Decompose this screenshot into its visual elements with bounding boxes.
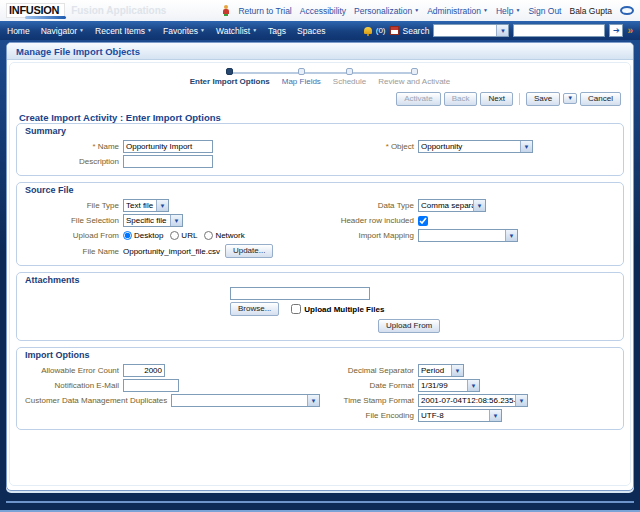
combo-arrow-icon: ▼ — [307, 395, 319, 406]
button-separator — [519, 93, 520, 105]
upload-from-button[interactable]: Upload From — [378, 319, 440, 333]
combo-arrow-icon: ▼ — [505, 230, 517, 241]
notification-email-input[interactable] — [123, 379, 179, 392]
upload-from-url-radio[interactable]: URL — [170, 231, 197, 240]
calendar-icon[interactable] — [390, 26, 399, 35]
workarea: Enter Import Options Map Fields Schedule… — [9, 62, 631, 486]
file-type-select[interactable]: Text file ▼ — [123, 199, 169, 212]
caret-down-icon: ▼ — [252, 28, 257, 33]
menu-watchlist[interactable]: Watchlist▼ — [216, 26, 257, 36]
object-label: *Object — [320, 142, 418, 151]
name-label: *Name — [25, 142, 123, 151]
menu-home[interactable]: Home — [7, 26, 30, 36]
caret-down-icon: ▼ — [515, 8, 520, 13]
data-type-label: Data Type — [320, 201, 418, 210]
timestamp-format-label: Time Stamp Format — [320, 396, 418, 405]
train-stop-node-icon — [298, 68, 305, 75]
utility-links: Return to Trial Accessibility Personaliz… — [222, 5, 634, 16]
browse-button[interactable]: Browse... — [230, 302, 279, 316]
save-button[interactable]: Save — [526, 92, 560, 106]
attachments-section: Attachments Browse... Upload Multiple Fi… — [16, 272, 624, 341]
notifications-bell-icon[interactable] — [364, 27, 372, 34]
menu-navigator[interactable]: Navigator▼ — [41, 26, 84, 36]
import-options-title: Import Options — [25, 350, 615, 360]
search-scope-select[interactable]: All ▼ — [433, 24, 509, 37]
accessibility-link[interactable]: Accessibility — [300, 6, 346, 16]
source-file-section: Source File File Type Text file ▼ File S… — [16, 182, 624, 266]
user-name[interactable]: Bala Gupta — [569, 6, 612, 16]
combo-arrow-icon: ▼ — [520, 141, 532, 152]
description-input[interactable] — [123, 155, 213, 168]
infusion-logo: INFUSION — [6, 3, 65, 18]
notification-email-label: Notification E-Mail — [25, 381, 123, 390]
file-name-value: Opportunity_import_file.csv — [123, 247, 220, 256]
search-go-button[interactable]: ➔ — [609, 24, 623, 37]
cancel-button[interactable]: Cancel — [580, 92, 621, 106]
menu-recent-items[interactable]: Recent Items▼ — [95, 26, 152, 36]
train-stop-node-icon — [346, 68, 353, 75]
summary-title: Summary — [25, 126, 615, 136]
back-button: Back — [444, 92, 478, 106]
source-file-title: Source File — [25, 185, 615, 195]
combo-arrow-icon: ▼ — [515, 395, 527, 406]
update-button[interactable]: Update... — [225, 244, 273, 258]
caret-down-icon: ▼ — [200, 28, 205, 33]
object-select[interactable]: Opportunity ▼ — [418, 140, 533, 153]
train: Enter Import Options Map Fields Schedule… — [184, 68, 457, 91]
administration-menu[interactable]: Administration▼ — [427, 6, 488, 16]
import-mapping-select[interactable]: ▼ — [418, 229, 518, 242]
watermark-text: Fusion Applications — [71, 5, 166, 16]
timestamp-format-select[interactable]: 2001-07-04T12:08:56.235-0700 ▼ — [418, 394, 528, 407]
cdm-duplicates-select[interactable]: ▼ — [171, 394, 320, 407]
sign-out-link[interactable]: Sign Out — [528, 6, 561, 16]
date-format-label: Date Format — [320, 381, 418, 390]
personalization-menu[interactable]: Personalization▼ — [354, 6, 419, 16]
oracle-cloud-logo — [620, 6, 634, 15]
activate-button: Activate — [396, 92, 440, 106]
return-to-trial-link[interactable]: Return to Trial — [238, 6, 291, 16]
data-type-select[interactable]: Comma separated ▼ — [418, 199, 486, 212]
summary-section: Summary *Name Description — [16, 123, 624, 176]
required-indicator: * — [386, 142, 389, 151]
upload-multiple-files-label: Upload Multiple Files — [304, 305, 384, 314]
train-stop-schedule: Schedule — [327, 68, 372, 91]
train-stop-node-icon — [226, 68, 233, 75]
help-menu[interactable]: Help▼ — [496, 6, 520, 16]
header-row-included-checkbox[interactable] — [418, 216, 428, 226]
file-selection-select[interactable]: Specific file ▼ — [123, 214, 183, 227]
cdm-duplicates-label: Customer Data Management Duplicates — [25, 396, 171, 405]
train-row: Enter Import Options Map Fields Schedule… — [10, 65, 630, 91]
decimal-separator-select[interactable]: Period ▼ — [418, 364, 464, 377]
required-indicator: * — [93, 142, 96, 151]
url-radio-input[interactable] — [170, 231, 179, 240]
file-selection-label: File Selection — [25, 216, 123, 225]
upload-multiple-files-checkbox[interactable] — [291, 304, 301, 314]
import-mapping-label: Import Mapping — [320, 231, 418, 240]
search-input[interactable] — [513, 24, 605, 37]
context-header: Manage File Import Objects — [7, 43, 633, 60]
desktop-radio-input[interactable] — [123, 231, 132, 240]
menu-favorites[interactable]: Favorites▼ — [163, 26, 205, 36]
train-stop-map-fields[interactable]: Map Fields — [276, 68, 327, 91]
allowable-error-count-input[interactable] — [123, 364, 165, 377]
date-format-select[interactable]: 1/31/99 ▼ — [418, 379, 480, 392]
name-input[interactable] — [123, 140, 213, 153]
attachment-file-input[interactable] — [230, 287, 370, 300]
network-radio-input[interactable] — [204, 231, 213, 240]
notifications-count: (0) — [376, 26, 386, 35]
next-button[interactable]: Next — [480, 92, 512, 106]
save-dropdown-button[interactable]: ▼ — [563, 93, 577, 104]
description-label: Description — [25, 157, 123, 166]
actions-row: Activate Back Next Save ▼ Cancel — [10, 91, 630, 106]
attachments-title: Attachments — [25, 275, 615, 285]
combo-arrow-icon: ▼ — [451, 365, 463, 376]
page-title-row: Create Import Activity : Enter Import Op… — [10, 106, 630, 119]
menu-tags[interactable]: Tags — [268, 26, 286, 36]
upload-from-desktop-radio[interactable]: Desktop — [123, 231, 163, 240]
file-encoding-label: File Encoding — [320, 411, 418, 420]
advanced-search-icon[interactable]: » — [627, 26, 633, 36]
upload-from-network-radio[interactable]: Network — [204, 231, 244, 240]
file-encoding-select[interactable]: UTF-8 ▼ — [418, 409, 502, 422]
menu-spaces[interactable]: Spaces — [297, 26, 325, 36]
train-stop-enter-import-options[interactable]: Enter Import Options — [184, 68, 276, 91]
